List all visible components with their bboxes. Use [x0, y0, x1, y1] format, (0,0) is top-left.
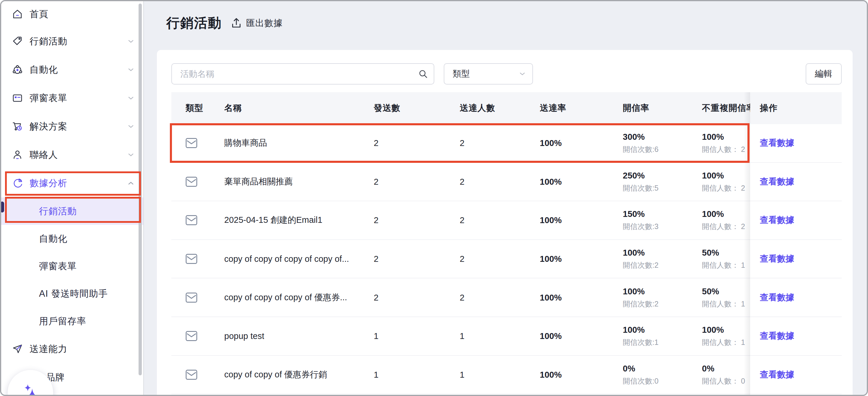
view-data-link[interactable]: 查看數據	[760, 137, 794, 149]
search-input[interactable]	[172, 63, 434, 85]
sidebar-scrollbar[interactable]	[138, 4, 142, 375]
email-icon	[186, 215, 197, 225]
page-header: 行銷活動 匯出數據	[166, 14, 283, 32]
col-name: 名稱	[224, 102, 242, 114]
sidebar-item-label: 聯絡人	[30, 149, 58, 161]
content-card: 類型 編輯 類型 名稱 發送數 送達人數 送達率 開信率 不重複開	[157, 50, 852, 395]
unique-open-rate-cell: 100% 開信人數： 1	[702, 325, 745, 347]
view-data-link[interactable]: 查看數據	[760, 253, 794, 265]
person-icon	[12, 149, 23, 160]
filter-bar: 類型 編輯	[172, 63, 842, 85]
delivered-count: 1	[460, 331, 464, 341]
campaign-name: 2025-04-15 創建的Email1	[224, 214, 322, 226]
view-data-link[interactable]: 查看數據	[760, 292, 794, 304]
sidebar-item-campaigns[interactable]: 行銷活動	[1, 27, 143, 56]
unique-open-rate-cell: 100% 開信人數： 2	[702, 171, 745, 193]
export-icon	[230, 17, 243, 29]
sent-count: 2	[374, 138, 378, 148]
sidebar-item-automation[interactable]: 自動化	[1, 56, 143, 84]
delivered-count: 2	[460, 254, 464, 264]
email-icon	[186, 331, 197, 341]
sidebar-subitem-label: AI 發送時間助手	[39, 287, 108, 300]
sidebar-subitem-label: 自動化	[39, 233, 67, 245]
sidebar-subitem-campaigns[interactable]: 行銷活動	[1, 197, 143, 225]
sent-count: 1	[374, 370, 378, 379]
delivered-count: 2	[460, 138, 464, 148]
email-icon	[186, 369, 197, 380]
table-row: copy of copy of copy of 優惠券... 2 2 100% …	[172, 278, 842, 317]
col-type: 類型	[186, 102, 203, 114]
table-row: 2025-04-15 創建的Email1 2 2 100% 150% 開信次數:…	[172, 201, 842, 240]
sidebar-item-deliverability[interactable]: 送達能力	[1, 335, 143, 363]
sidebar-subitem-retention[interactable]: 用戶留存率	[1, 307, 143, 335]
main-content: 行銷活動 匯出數據	[144, 1, 867, 395]
open-rate-cell: 100% 開信次數:1	[623, 325, 658, 347]
campaigns-table: 類型 名稱 發送數 送達人數 送達率 開信率 不重複開信率 操作 購物車商品 2	[172, 92, 842, 395]
cart-icon	[12, 121, 23, 132]
view-data-link[interactable]: 查看數據	[760, 176, 794, 188]
sidebar-subitem-label: 行銷活動	[39, 205, 77, 217]
sidebar-subitem-automation[interactable]: 自動化	[1, 225, 143, 252]
sidebar-item-label: 彈窗表單	[30, 92, 67, 104]
selection-indicator	[0, 202, 4, 212]
sidebar-item-solutions[interactable]: 解決方案	[1, 112, 143, 141]
sidebar-item-analytics[interactable]: 數據分析	[1, 169, 143, 197]
search-icon[interactable]	[418, 69, 428, 79]
pie-chart-icon	[12, 178, 23, 189]
sidebar-subitem-label: 用戶留存率	[39, 315, 86, 328]
sidebar-item-contacts[interactable]: 聯絡人	[1, 141, 143, 169]
sent-count: 2	[374, 215, 378, 225]
delivery-rate: 100%	[540, 138, 562, 148]
sent-count: 2	[374, 293, 378, 302]
delivery-rate: 100%	[540, 177, 562, 186]
campaign-name: popup test	[224, 331, 264, 341]
delivery-rate: 100%	[540, 331, 562, 341]
chevron-down-icon	[128, 40, 134, 43]
sidebar-item-label: 解決方案	[30, 120, 67, 133]
sidebar-item-label: 數據分析	[30, 177, 67, 189]
col-sent: 發送數	[374, 102, 400, 114]
popup-form-icon	[12, 92, 23, 104]
view-data-link[interactable]: 查看數據	[760, 369, 794, 380]
home-icon	[12, 8, 23, 20]
delivered-count: 1	[460, 370, 464, 379]
type-select-value: 類型	[453, 68, 470, 80]
sidebar-subitem-ai-send-time[interactable]: AI 發送時間助手	[1, 280, 143, 307]
sidebar-item-home[interactable]: 首頁	[1, 1, 143, 27]
delivery-rate: 100%	[540, 215, 562, 225]
unique-open-rate-cell: 100% 開信人數： 2	[702, 209, 745, 232]
table-header: 類型 名稱 發送數 送達人數 送達率 開信率 不重複開信率 操作	[172, 92, 842, 124]
email-icon	[186, 176, 197, 187]
sidebar-item-label: 送達能力	[30, 343, 67, 355]
sent-count: 2	[374, 177, 378, 186]
export-data-button[interactable]: 匯出數據	[230, 17, 283, 29]
table-row: popup test 1 1 100% 100% 開信次數:1 100% 開信人…	[172, 317, 842, 356]
sidebar-item-popup-forms[interactable]: 彈窗表單	[1, 84, 143, 112]
col-unique-open-rate: 不重複開信率	[702, 102, 750, 114]
open-rate-cell: 300% 開信次數:6	[623, 132, 658, 154]
sent-count: 2	[374, 254, 378, 264]
open-rate-cell: 0% 開信次數:0	[623, 364, 658, 386]
delivery-rate: 100%	[540, 254, 562, 264]
paper-plane-icon	[12, 343, 23, 355]
view-data-link[interactable]: 查看數據	[760, 214, 794, 226]
col-delivery-rate: 送達率	[540, 102, 566, 114]
delivered-count: 2	[460, 177, 464, 186]
chevron-down-icon	[519, 72, 525, 75]
sidebar: 首頁 行銷活動 自動化	[1, 1, 144, 395]
view-data-link[interactable]: 查看數據	[760, 330, 794, 342]
campaign-name: copy of copy of copy of copy of...	[224, 254, 349, 264]
chevron-down-icon	[128, 68, 134, 71]
sidebar-subitem-popup-forms[interactable]: 彈窗表單	[1, 252, 143, 280]
campaign-search	[172, 63, 434, 85]
table-row: 棄單商品相關推薦 2 2 100% 250% 開信次數:5 100% 開信人數：…	[172, 163, 842, 202]
email-icon	[186, 253, 197, 264]
col-open-rate: 開信率	[623, 102, 649, 114]
type-select[interactable]: 類型	[444, 63, 533, 85]
unique-open-rate-cell: 50% 開信人數： 1	[702, 286, 745, 308]
chevron-down-icon	[128, 96, 134, 100]
edit-button[interactable]: 編輯	[806, 63, 842, 85]
table-row: copy of copy of 優惠券行銷 1 1 100% 0% 開信次數:0…	[172, 356, 842, 395]
table-row: copy of copy of copy of copy of... 2 2 1…	[172, 240, 842, 279]
tag-icon	[12, 36, 23, 47]
